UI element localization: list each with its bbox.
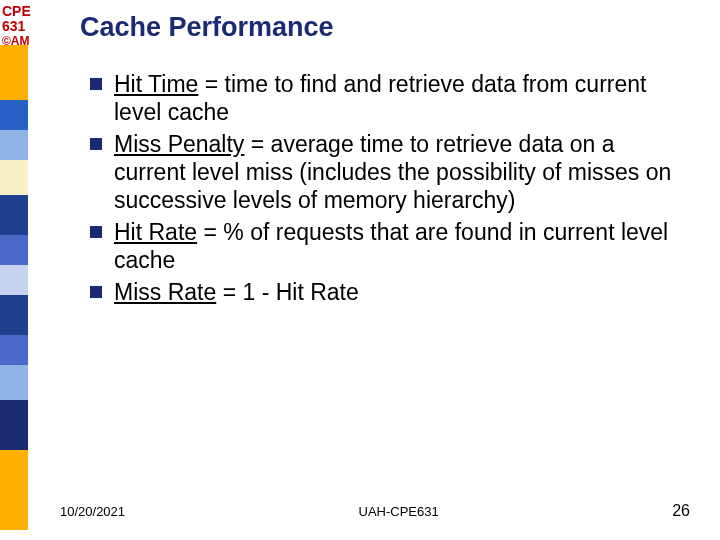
bullet-square-icon	[90, 78, 102, 90]
deco-block	[0, 235, 28, 265]
deco-block	[0, 160, 28, 195]
deco-block	[0, 265, 28, 295]
bullet-rest: = % of requests that are found in curren…	[114, 219, 668, 273]
deco-block	[0, 100, 28, 130]
bullet-term: Miss Rate	[114, 279, 216, 305]
footer-page-number: 26	[672, 502, 690, 520]
deco-block	[0, 195, 28, 235]
slide-body: Hit Time = time to find and retrieve dat…	[90, 70, 690, 310]
slide-title: Cache Performance	[80, 12, 334, 43]
bullet-square-icon	[90, 286, 102, 298]
deco-block	[0, 400, 28, 450]
bullet-item: Hit Time = time to find and retrieve dat…	[90, 70, 690, 126]
course-code-line2: 631	[2, 19, 31, 34]
deco-block	[0, 295, 28, 335]
course-code-line1: CPE	[2, 4, 31, 19]
bullet-item: Hit Rate = % of requests that are found …	[90, 218, 690, 274]
slide-footer: 10/20/2021 UAH-CPE631 26	[60, 502, 690, 520]
bullet-square-icon	[90, 226, 102, 238]
course-label: CPE 631 ©AM	[2, 4, 31, 49]
deco-block	[0, 450, 28, 530]
deco-block	[0, 130, 28, 160]
bullet-square-icon	[90, 138, 102, 150]
bullet-text: Hit Rate = % of requests that are found …	[114, 218, 690, 274]
bullet-term: Miss Penalty	[114, 131, 244, 157]
bullet-rest: = 1 - Hit Rate	[216, 279, 359, 305]
bullet-item: Miss Rate = 1 - Hit Rate	[90, 278, 690, 306]
bullet-term: Hit Time	[114, 71, 198, 97]
decorative-sidebar	[0, 45, 28, 530]
bullet-text: Miss Rate = 1 - Hit Rate	[114, 278, 690, 306]
bullet-text: Miss Penalty = average time to retrieve …	[114, 130, 690, 214]
bullet-text: Hit Time = time to find and retrieve dat…	[114, 70, 690, 126]
deco-block	[0, 365, 28, 400]
footer-date: 10/20/2021	[60, 504, 125, 519]
bullet-item: Miss Penalty = average time to retrieve …	[90, 130, 690, 214]
footer-center: UAH-CPE631	[359, 504, 439, 519]
deco-block	[0, 45, 28, 100]
slide: CPE 631 ©AM Cache Performance Hit Time =…	[0, 0, 720, 540]
bullet-term: Hit Rate	[114, 219, 197, 245]
deco-block	[0, 335, 28, 365]
